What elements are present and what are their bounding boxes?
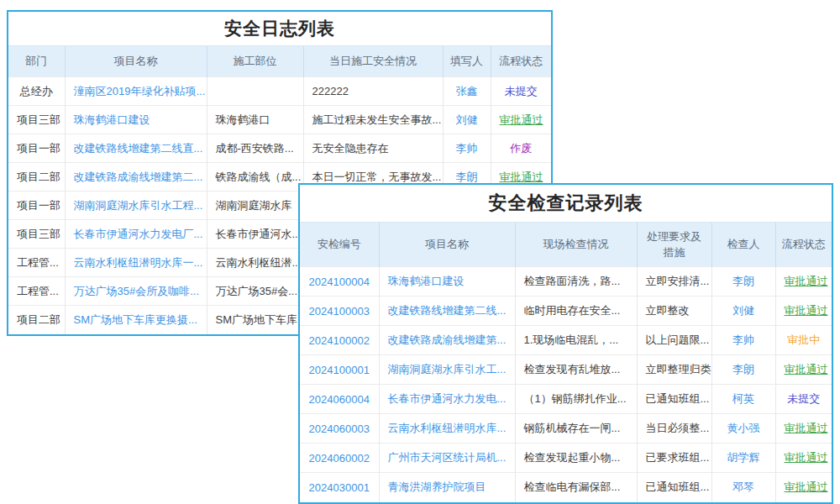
inspection-cell: （1）钢筋绑扎作业... bbox=[515, 385, 637, 414]
inspection-cell: 钢筋机械存在一闸... bbox=[515, 414, 637, 444]
project-link[interactable]: 云南水利枢纽潜明水库... bbox=[379, 414, 515, 444]
status-badge[interactable]: 审批通过 bbox=[775, 473, 832, 502]
status-badge: 作废 bbox=[491, 134, 551, 163]
project-link[interactable]: 云南水利枢纽潜明水库一... bbox=[65, 249, 207, 277]
record-no-link[interactable]: 2024060004 bbox=[300, 385, 379, 414]
safety-log-header-row: 部门项目名称施工部位当日施工安全情况填写人流程状态 bbox=[8, 46, 551, 77]
dept-cell: 工程管... bbox=[8, 249, 65, 277]
column-header-inspection: 现场检查情况 bbox=[515, 223, 637, 267]
status-badge: 审批中 bbox=[775, 326, 832, 355]
writer-link[interactable]: 张鑫 bbox=[443, 77, 491, 106]
status-badge: 未提交 bbox=[775, 385, 832, 414]
column-header-status: 流程状态 bbox=[491, 46, 551, 77]
record-no-link[interactable]: 2024030001 bbox=[300, 473, 379, 502]
requirement-cell: 立即安排清... bbox=[637, 267, 711, 297]
table-row: 2024060004长春市伊通河水力发电...（1）钢筋绑扎作业...已通知班组… bbox=[300, 385, 832, 414]
record-no-link[interactable]: 2024100001 bbox=[300, 355, 379, 385]
situation-cell: 施工过程未发生安全事故... bbox=[303, 106, 443, 134]
project-link[interactable]: 长春市伊通河水力发电厂... bbox=[65, 220, 207, 249]
requirement-cell: 已要求班组... bbox=[637, 444, 711, 473]
safety-log-title: 安全日志列表 bbox=[8, 12, 551, 45]
dept-cell: 项目二部 bbox=[8, 306, 65, 334]
record-no-link[interactable]: 2024060002 bbox=[300, 444, 379, 473]
inspector-link[interactable]: 刘健 bbox=[711, 297, 775, 326]
table-row: 2024060002广州市天河区统计局机...检查发现起重小物...已要求班组.… bbox=[300, 444, 832, 473]
dept-cell: 项目一部 bbox=[8, 192, 65, 220]
part-cell: SM广场地下车库 bbox=[207, 306, 303, 334]
part-cell: 成都-西安铁路... bbox=[207, 134, 303, 163]
table-row: 2024100004珠海鹤港口建设检查路面清洗，路...立即安排清...李朗审批… bbox=[300, 267, 832, 297]
project-link[interactable]: 珠海鹤港口建设 bbox=[65, 106, 207, 134]
dept-cell: 项目三部 bbox=[8, 106, 65, 134]
status-badge[interactable]: 审批通过 bbox=[775, 355, 832, 385]
part-cell: 万达广场35#会... bbox=[207, 277, 303, 306]
table-row: 项目三部珠海鹤港口建设珠海鹤港口施工过程未发生安全事故...刘健审批通过 bbox=[8, 106, 551, 134]
dept-cell: 项目二部 bbox=[8, 163, 65, 192]
column-header-dept: 部门 bbox=[8, 46, 65, 77]
inspection-cell: 临时用电存在安全... bbox=[515, 297, 637, 326]
table-row: 2024030001青海洪湖养护院项目检查临电有漏保部...已通知班组...邓琴… bbox=[300, 473, 832, 502]
inspector-link[interactable]: 李朗 bbox=[711, 267, 775, 297]
record-no-link[interactable]: 2024060003 bbox=[300, 414, 379, 444]
project-link[interactable]: SM广场地下车库更换摄... bbox=[65, 306, 207, 334]
inspector-link[interactable]: 柯英 bbox=[711, 385, 775, 414]
inspector-link[interactable]: 李帅 bbox=[711, 326, 775, 355]
column-header-status: 流程状态 bbox=[775, 223, 832, 267]
part-cell: 长春市伊通河水... bbox=[207, 220, 303, 249]
inspection-cell: 检查发现有乱堆放... bbox=[515, 355, 637, 385]
project-link[interactable]: 改建铁路成渝线增建第... bbox=[379, 326, 515, 355]
project-link[interactable]: 长春市伊通河水力发电... bbox=[379, 385, 515, 414]
status-badge[interactable]: 审批通过 bbox=[775, 444, 832, 473]
record-no-link[interactable]: 2024100003 bbox=[300, 297, 379, 326]
writer-link[interactable]: 刘健 bbox=[443, 106, 491, 134]
record-no-link[interactable]: 2024100004 bbox=[300, 267, 379, 297]
table-row: 2024100003改建铁路线增建第二线...临时用电存在安全...立即整改刘健… bbox=[300, 297, 832, 326]
status-badge[interactable]: 审批通过 bbox=[775, 267, 832, 297]
column-header-no: 安检编号 bbox=[300, 223, 379, 267]
project-link[interactable]: 湖南洞庭湖水库引水工... bbox=[379, 355, 515, 385]
project-link[interactable]: 潼南区2019年绿化补贴项... bbox=[65, 77, 207, 106]
table-row: 总经办潼南区2019年绿化补贴项...222222张鑫未提交 bbox=[8, 77, 551, 106]
requirement-cell: 立即整理归类 bbox=[637, 355, 711, 385]
project-link[interactable]: 改建铁路成渝线增建第二... bbox=[65, 163, 207, 192]
inspector-link[interactable]: 李朗 bbox=[711, 355, 775, 385]
table-row: 2024100001湖南洞庭湖水库引水工...检查发现有乱堆放...立即整理归类… bbox=[300, 355, 832, 385]
project-link[interactable]: 湖南洞庭湖水库引水工程... bbox=[65, 192, 207, 220]
project-link[interactable]: 改建铁路线增建第二线... bbox=[379, 297, 515, 326]
inspection-cell: 检查发现起重小物... bbox=[515, 444, 637, 473]
dept-cell: 项目一部 bbox=[8, 134, 65, 163]
requirement-cell: 当日必须整... bbox=[637, 414, 711, 444]
situation-cell: 无安全隐患存在 bbox=[303, 134, 443, 163]
status-badge[interactable]: 审批通过 bbox=[775, 414, 832, 444]
project-link[interactable]: 万达广场35#会所及咖啡... bbox=[65, 277, 207, 306]
status-badge: 未提交 bbox=[491, 77, 551, 106]
inspection-cell: 检查临电有漏保部... bbox=[515, 473, 637, 502]
dept-cell: 项目三部 bbox=[8, 220, 65, 249]
project-link[interactable]: 青海洪湖养护院项目 bbox=[379, 473, 515, 502]
project-link[interactable]: 珠海鹤港口建设 bbox=[379, 267, 515, 297]
requirement-cell: 已通知班组... bbox=[637, 473, 711, 502]
inspection-record-title: 安全检查记录列表 bbox=[300, 185, 832, 222]
requirement-cell: 立即整改 bbox=[637, 297, 711, 326]
record-no-link[interactable]: 2024100002 bbox=[300, 326, 379, 355]
project-link[interactable]: 改建铁路线增建第二线直... bbox=[65, 134, 207, 163]
project-link[interactable]: 广州市天河区统计局机... bbox=[379, 444, 515, 473]
column-header-inspector: 检查人 bbox=[711, 223, 775, 267]
inspector-link[interactable]: 邓琴 bbox=[711, 473, 775, 502]
inspector-link[interactable]: 黄小强 bbox=[711, 414, 775, 444]
inspection-record-header-row: 安检编号项目名称现场检查情况处理要求及措施检查人流程状态 bbox=[300, 223, 832, 267]
dept-cell: 工程管... bbox=[8, 277, 65, 306]
status-badge[interactable]: 审批通过 bbox=[491, 106, 551, 134]
part-cell bbox=[207, 77, 303, 106]
writer-link[interactable]: 李帅 bbox=[443, 134, 491, 163]
inspection-cell: 检查路面清洗，路... bbox=[515, 267, 637, 297]
part-cell: 珠海鹤港口 bbox=[207, 106, 303, 134]
column-header-project: 项目名称 bbox=[379, 223, 515, 267]
situation-cell: 222222 bbox=[303, 77, 443, 106]
inspector-link[interactable]: 胡学辉 bbox=[711, 444, 775, 473]
part-cell: 湖南洞庭湖水库 bbox=[207, 192, 303, 220]
status-badge[interactable]: 审批通过 bbox=[775, 297, 832, 326]
requirement-cell: 已通知班组... bbox=[637, 385, 711, 414]
column-header-requirement: 处理要求及措施 bbox=[637, 223, 711, 267]
table-row: 2024100002改建铁路成渝线增建第...1.现场临电混乱，...以上问题限… bbox=[300, 326, 832, 355]
